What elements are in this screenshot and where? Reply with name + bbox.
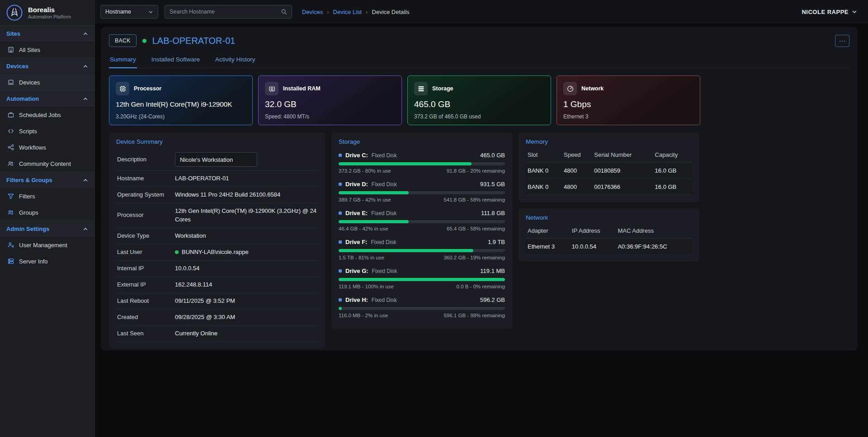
drive-usage-bar bbox=[339, 191, 505, 194]
stat-card-storage: Storage 465.0 GB 373.2 GB of 465.0 GB us… bbox=[407, 75, 551, 125]
online-status-dot bbox=[175, 250, 179, 254]
memory-row: BANK 0 4800 00180859 16.0 GB bbox=[526, 163, 692, 179]
stat-value: 12th Gen Intel(R) Core(TM) i9-12900K bbox=[116, 100, 246, 108]
summary-row-created: Created 09/28/2025 @ 3:30 AM bbox=[116, 310, 318, 326]
breadcrumb-separator: › bbox=[327, 9, 329, 15]
description-input[interactable] bbox=[175, 152, 257, 167]
panel-title: Memory bbox=[526, 138, 692, 145]
stat-subtext: 373.2 GB of 465.0 GB used bbox=[414, 113, 481, 120]
brand-header: Borealis Automation Platform bbox=[0, 0, 94, 25]
drive-row-c: Drive C: Fixed Disk 465.0 GB 373.2 GB - … bbox=[339, 149, 505, 178]
storage-stack-icon bbox=[414, 82, 428, 95]
drive-usage-bar bbox=[339, 162, 505, 165]
drive-remaining-label: 65.4 GB - 58% remaining bbox=[447, 226, 505, 231]
summary-row-device-type: Device Type Workstation bbox=[116, 228, 318, 244]
memory-col-speed: Speed bbox=[562, 149, 592, 163]
chevron-up-icon bbox=[83, 178, 88, 183]
stat-title: Processor bbox=[134, 85, 161, 92]
drive-row-f: Drive F: Fixed Disk 1.9 TB 1.5 TB - 81% … bbox=[339, 235, 505, 264]
sidebar-section-label: Sites bbox=[6, 30, 20, 37]
search-input[interactable] bbox=[170, 9, 277, 15]
sidebar-section-admin-settings[interactable]: Admin Settings bbox=[0, 221, 94, 237]
memory-col-slot: Slot bbox=[526, 149, 562, 163]
drive-used-label: 119.1 MB - 100% in use bbox=[339, 284, 394, 289]
people-icon bbox=[7, 209, 14, 216]
drive-usage-bar bbox=[339, 249, 505, 252]
sidebar-item-user-management[interactable]: User Management bbox=[0, 237, 94, 253]
code-icon bbox=[7, 127, 14, 135]
sidebar-item-label: Groups bbox=[19, 209, 38, 216]
user-name: NICOLE RAPPE bbox=[802, 9, 849, 15]
main-area: Hostname Devices › Device List › Device … bbox=[95, 0, 868, 437]
sidebar-section-label: Admin Settings bbox=[6, 226, 49, 232]
sidebar-item-scheduled-jobs[interactable]: Scheduled Jobs bbox=[0, 107, 94, 123]
drive-bullet-icon bbox=[339, 154, 342, 157]
sidebar-item-groups[interactable]: Groups bbox=[0, 204, 94, 221]
sidebar-section-filters-groups[interactable]: Filters & Groups bbox=[0, 172, 94, 188]
sidebar-section-devices[interactable]: Devices bbox=[0, 58, 94, 74]
tab-installed-software[interactable]: Installed Software bbox=[151, 53, 201, 68]
share-nodes-icon bbox=[7, 144, 14, 151]
drive-row-g: Drive G: Fixed Disk 119.1 MB 119.1 MB - … bbox=[339, 264, 505, 293]
tab-bar: Summary Installed Software Activity Hist… bbox=[109, 53, 849, 68]
back-button[interactable]: BACK bbox=[109, 34, 137, 47]
sidebar-item-workflows[interactable]: Workflows bbox=[0, 139, 94, 155]
network-col-adapter: Adapter bbox=[526, 225, 570, 239]
drive-row-d: Drive D: Fixed Disk 931.5 GB 389.7 GB - … bbox=[339, 178, 505, 207]
sidebar-item-all-sites[interactable]: All Sites bbox=[0, 42, 94, 58]
network-col-ip: IP Address bbox=[570, 225, 616, 239]
sidebar-item-community-content[interactable]: Community Content bbox=[0, 155, 94, 172]
sidebar-section-label: Automation bbox=[6, 95, 39, 102]
memory-table: Slot Speed Serial Number Capacity BANK 0 bbox=[526, 149, 692, 195]
stat-subtext: Ethernet 3 bbox=[563, 113, 588, 120]
storage-panel: Storage Drive C: Fixed Disk 465.0 GB 373… bbox=[331, 132, 512, 329]
sidebar-item-label: All Sites bbox=[19, 47, 40, 53]
stat-card-ram: Installed RAM 32.0 GB Speed: 4800 MT/s bbox=[258, 75, 402, 125]
sidebar-section-label: Filters & Groups bbox=[6, 177, 52, 183]
brand-name: Borealis bbox=[28, 6, 71, 14]
network-row: Ethernet 3 10.0.0.54 A0:36:9F:94:26:5C bbox=[526, 239, 692, 255]
tab-summary[interactable]: Summary bbox=[109, 53, 137, 68]
breadcrumb-devices[interactable]: Devices bbox=[302, 9, 323, 15]
sidebar-item-label: Devices bbox=[19, 79, 40, 86]
sidebar-item-devices[interactable]: Devices bbox=[0, 74, 94, 90]
title-row: BACK LAB-OPERATOR-01 ⋯ bbox=[109, 34, 849, 47]
sidebar-item-filters[interactable]: Filters bbox=[0, 188, 94, 204]
chevron-up-icon bbox=[83, 64, 88, 69]
device-details-card: BACK LAB-OPERATOR-01 ⋯ Summary Installed… bbox=[101, 27, 858, 350]
sidebar: Borealis Automation Platform Sites All S… bbox=[0, 0, 95, 437]
user-menu[interactable]: NICOLE RAPPE bbox=[802, 9, 857, 15]
drive-usage-bar bbox=[339, 220, 505, 223]
network-gauge-icon bbox=[563, 82, 577, 95]
search-field-dropdown[interactable]: Hostname bbox=[100, 5, 158, 19]
summary-row-hostname: Hostname LAB-OPERATOR-01 bbox=[116, 171, 318, 187]
sidebar-item-scripts[interactable]: Scripts bbox=[0, 123, 94, 139]
summary-row-last-user: Last User BUNNY-LAB\nicole.rappe bbox=[116, 244, 318, 261]
sidebar-item-label: Workflows bbox=[19, 144, 46, 151]
cpu-icon bbox=[116, 82, 129, 95]
breadcrumb: Devices › Device List › Device Details bbox=[302, 9, 410, 15]
drive-usage-bar bbox=[339, 278, 505, 281]
breadcrumb-device-list[interactable]: Device List bbox=[333, 9, 362, 15]
app-root: Borealis Automation Platform Sites All S… bbox=[0, 0, 868, 437]
network-panel: Network Adapter IP Address MAC Address bbox=[519, 208, 699, 262]
tab-activity-history[interactable]: Activity History bbox=[214, 53, 256, 68]
search-box bbox=[165, 5, 292, 19]
breadcrumb-device-details: Device Details bbox=[372, 9, 410, 15]
panel-title: Storage bbox=[339, 138, 505, 145]
ram-icon bbox=[265, 82, 278, 95]
drive-row-h: Drive H: Fixed Disk 596.2 GB 116.0 MB - … bbox=[339, 293, 505, 322]
right-column: Memory Slot Speed Serial Number Capacity bbox=[519, 132, 699, 262]
stat-subtext: 3.20GHz (24-Cores) bbox=[116, 113, 165, 120]
network-table: Adapter IP Address MAC Address Ethernet … bbox=[526, 225, 692, 255]
search-icon[interactable] bbox=[281, 9, 287, 15]
chevron-up-icon bbox=[83, 96, 88, 102]
more-actions-button[interactable]: ⋯ bbox=[835, 35, 849, 47]
stat-subtext: Speed: 4800 MT/s bbox=[265, 113, 309, 120]
memory-row: BANK 0 4800 00176366 16.0 GB bbox=[526, 179, 692, 195]
sidebar-item-server-info[interactable]: Server Info bbox=[0, 253, 94, 269]
sidebar-section-automation[interactable]: Automation bbox=[0, 90, 94, 107]
sidebar-section-sites[interactable]: Sites bbox=[0, 25, 94, 42]
sidebar-item-label: Server Info bbox=[19, 258, 48, 265]
stat-title: Storage bbox=[432, 85, 453, 92]
